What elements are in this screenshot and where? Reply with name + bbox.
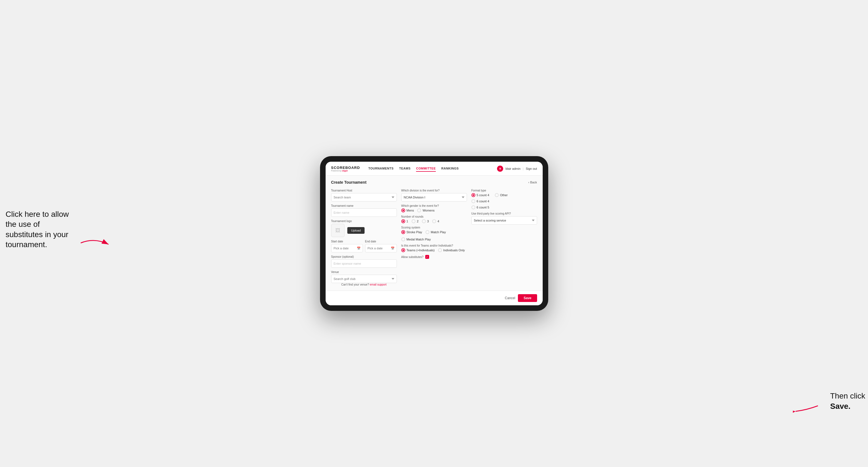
tablet-screen: SCOREBOARD Powered by clippd TOURNAMENTS…: [326, 162, 543, 305]
nav-logo: SCOREBOARD Powered by clippd: [331, 165, 360, 172]
avatar: B: [497, 165, 503, 172]
end-date-field: End date 📅: [365, 240, 397, 252]
division-field: Which division is the event for? NCAA Di…: [401, 189, 467, 201]
nav-rankings[interactable]: RANKINGS: [441, 165, 459, 172]
page-content: Create Tournament Back Tournament Host T…: [326, 176, 543, 290]
tournament-name-input[interactable]: [331, 209, 397, 217]
tournament-host-field: Tournament Host: [331, 189, 397, 201]
tournament-host-input[interactable]: [331, 193, 397, 201]
format-other[interactable]: Other: [495, 193, 508, 197]
arrow-left-icon: [78, 235, 111, 251]
gender-field: Which gender is the event for? Mens Wome…: [401, 204, 467, 212]
nav-committee[interactable]: COMMITTEE: [416, 165, 436, 172]
format-6count4[interactable]: 6 count 4: [471, 199, 489, 203]
tablet-frame: SCOREBOARD Powered by clippd TOURNAMENTS…: [320, 156, 548, 311]
rounds-4[interactable]: 4: [432, 219, 439, 223]
tournament-logo-field: Tournament logo 🖼 Upload: [331, 220, 397, 237]
form-col2: Which division is the event for? NCAA Di…: [401, 189, 467, 286]
format-6count5[interactable]: 6 count 5: [471, 206, 489, 209]
page-header: Create Tournament Back: [331, 180, 537, 185]
annotation-left: Click here to allow the use of substitut…: [6, 209, 78, 250]
rounds-3[interactable]: 3: [422, 219, 429, 223]
form-footer: Cancel Save: [326, 290, 543, 305]
scoring-api-select[interactable]: Select a scoring service: [471, 216, 537, 225]
teams-field: Is this event for Teams and/or Individua…: [401, 244, 467, 252]
sign-out-link[interactable]: Sign out: [526, 167, 537, 170]
logo-placeholder-icon: 🖼: [331, 224, 344, 237]
nav-user: B blair admin | Sign out: [497, 165, 537, 172]
nav-links: TOURNAMENTS TEAMS COMMITTEE RANKINGS: [368, 165, 497, 172]
date-fields: Start date 📅 End date 📅: [331, 240, 397, 252]
tournament-name-field: Tournament name: [331, 204, 397, 217]
calendar-icon: 📅: [357, 247, 361, 250]
scoring-api-field: Use third-party live scoring API? Select…: [471, 212, 537, 225]
gender-womens[interactable]: Womens: [417, 209, 434, 212]
start-date-field: Start date 📅: [331, 240, 363, 252]
email-support-link[interactable]: email support: [370, 283, 386, 286]
form-col1: Tournament Host Tournament name Tourname…: [331, 189, 397, 286]
save-button[interactable]: Save: [518, 294, 537, 302]
gender-mens[interactable]: Mens: [401, 209, 414, 212]
scoring-stroke[interactable]: Stroke Play: [401, 230, 422, 234]
nav-teams[interactable]: TEAMS: [399, 165, 410, 172]
cancel-button[interactable]: Cancel: [505, 296, 515, 300]
arrow-right-icon: [793, 402, 821, 415]
calendar-icon-end: 📅: [391, 247, 395, 250]
scoring-match[interactable]: Match Play: [426, 230, 446, 234]
individuals-only[interactable]: Individuals Only: [438, 248, 465, 252]
format-field: Format type 5 count 4 Other: [471, 189, 537, 209]
page-title: Create Tournament: [331, 180, 367, 185]
venue-input[interactable]: [331, 275, 397, 283]
rounds-1[interactable]: 1: [401, 219, 408, 223]
rounds-2[interactable]: 2: [412, 219, 418, 223]
substitutes-checkbox[interactable]: ✓: [425, 255, 429, 259]
nav-bar: SCOREBOARD Powered by clippd TOURNAMENTS…: [326, 162, 543, 176]
rounds-field: Number of rounds 1 2: [401, 215, 467, 223]
format-5count4[interactable]: 5 count 4: [471, 193, 489, 197]
form-layout: Tournament Host Tournament name Tourname…: [331, 189, 537, 286]
annotation-right: Then click Save.: [830, 391, 865, 411]
sponsor-field: Sponsor (optional): [331, 255, 397, 268]
scoring-field: Scoring system Stroke Play Match Play: [401, 226, 467, 241]
back-link[interactable]: Back: [528, 181, 537, 184]
nav-tournaments[interactable]: TOURNAMENTS: [368, 165, 394, 172]
sponsor-input[interactable]: [331, 259, 397, 268]
substitutes-field: Allow substitutes? ✓: [401, 255, 467, 259]
division-select[interactable]: NCAA Division I: [401, 193, 467, 201]
form-col3: Format type 5 count 4 Other: [471, 189, 537, 286]
teams-plus-individuals[interactable]: Teams (+Individuals): [401, 248, 435, 252]
scoring-medal[interactable]: Medal Match Play: [401, 238, 431, 241]
upload-button[interactable]: Upload: [347, 227, 365, 234]
venue-field: Venue Can't find your venue? email suppo…: [331, 271, 397, 286]
